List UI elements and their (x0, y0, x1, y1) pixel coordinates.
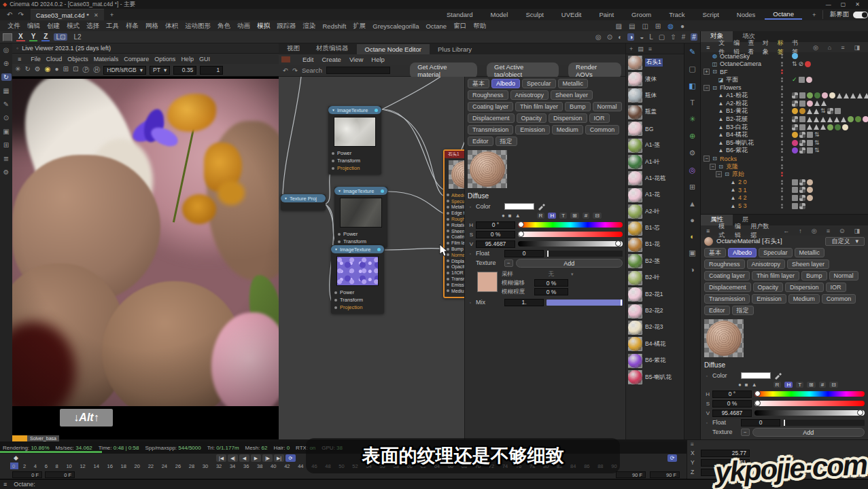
channel-tab-7[interactable]: Coating layer (468, 102, 513, 111)
om-header-icon-2[interactable]: ≡ (838, 44, 847, 51)
material-thumbnail[interactable] (628, 171, 642, 185)
layout-script[interactable]: Script (695, 10, 727, 19)
channel-tab-18[interactable]: Common (585, 125, 620, 134)
transport-prevframe[interactable]: ◀ (239, 454, 249, 462)
tag-phong[interactable] (792, 92, 798, 98)
port-dot-icon[interactable] (447, 194, 449, 196)
menu-item-6[interactable]: 样条 (122, 22, 142, 31)
channel-tab-14[interactable]: IOR (826, 283, 846, 292)
tag-updown[interactable]: ⇅ (792, 61, 797, 67)
visibility-dots[interactable] (781, 180, 783, 185)
tag-texture[interactable] (848, 116, 854, 122)
lv-menu-file[interactable]: File (28, 56, 44, 62)
port-dot-icon[interactable] (334, 299, 337, 302)
channel-tab-13[interactable]: Dispersion (549, 113, 587, 123)
tag-polygon[interactable] (807, 117, 812, 122)
render-icon-1[interactable]: ▤ (629, 22, 635, 30)
lv-menu-help[interactable]: Help (178, 56, 196, 62)
close-button[interactable]: ✕ (855, 1, 860, 7)
float-slider[interactable] (783, 420, 865, 426)
channel-tab-9[interactable]: Bump (801, 271, 827, 280)
menu-item-4[interactable]: 选择 (83, 22, 103, 31)
texture-swatch[interactable] (477, 272, 498, 292)
tool-icon-3[interactable]: ▦ (3, 87, 9, 94)
tag-updown[interactable]: ⇅ (820, 108, 826, 114)
channel-tab-0[interactable]: 基本 (704, 248, 726, 257)
expander-icon[interactable]: − (716, 171, 722, 177)
attr-header-icon-2[interactable]: ◎ (809, 228, 820, 234)
lv-tool-icon-7[interactable]: Ⓟ (82, 65, 89, 75)
material-thumbnail[interactable] (628, 304, 642, 319)
tag-polygon[interactable] (857, 93, 863, 98)
port-dot-icon[interactable] (447, 218, 449, 221)
mats-toolbar-icon-1[interactable]: ▤ (638, 46, 644, 52)
tag-texture[interactable] (806, 77, 812, 83)
object-row[interactable]: ▲B4-橘花⇅ (701, 131, 868, 139)
ne-action-2[interactable]: Render AOVs (568, 62, 621, 79)
visibility-dots[interactable] (781, 204, 783, 209)
render-icon-4[interactable]: ◍ (667, 22, 674, 30)
tag-polygon[interactable] (814, 117, 819, 122)
color-mode-button-T[interactable]: T (559, 213, 567, 219)
object-row[interactable]: −⊡原始 (701, 170, 868, 179)
channel-tab-12[interactable]: Opacity (753, 283, 784, 292)
palette-icon-7[interactable]: ◎ (689, 166, 696, 175)
channel-tab-4[interactable]: Roughness (468, 90, 508, 100)
palette-icon-11[interactable]: ◐ (690, 232, 695, 240)
lv-tool-icon-4[interactable]: ● (54, 65, 58, 75)
snap-icon-8[interactable]: # (682, 33, 686, 41)
attr-header-icon-4[interactable]: ⊙ (837, 228, 848, 234)
object-row[interactable]: ▲B6-紫花⇅ (701, 147, 868, 155)
range-start-field[interactable]: 0 F (12, 471, 42, 478)
menu-item-5[interactable]: 工具 (103, 22, 122, 31)
exposure-field[interactable]: 0.35 (173, 66, 196, 75)
menu-item-14[interactable]: 渲染 (300, 22, 319, 31)
port-dot-icon[interactable] (447, 266, 449, 268)
output-port[interactable] (377, 248, 381, 251)
object-row[interactable]: ▲B3-白花 (701, 123, 868, 131)
coord-system-2-button[interactable]: L2 (71, 33, 83, 41)
transport-nextframe[interactable]: |▶ (262, 454, 273, 462)
mats-toolbar-icon-0[interactable]: + (629, 46, 633, 52)
expander-icon[interactable]: + (704, 69, 710, 75)
color-mode-button-H[interactable]: H (784, 382, 793, 388)
tag-flag[interactable] (799, 77, 805, 83)
tag-flag[interactable] (807, 147, 813, 153)
tag-polygon[interactable] (834, 117, 839, 122)
material-item[interactable]: A1-叶 (626, 153, 684, 170)
channel-tab-5[interactable]: Anisotropy (747, 259, 786, 269)
material-item[interactable]: B2-花2 (626, 303, 684, 319)
snap-icon-9[interactable]: # (691, 33, 697, 41)
expander-icon[interactable]: − (710, 164, 716, 170)
tool-icon-9[interactable]: ⚙ (3, 168, 10, 176)
render-viewport[interactable] (12, 79, 279, 406)
palette-icon-5[interactable]: ⊕ (689, 132, 695, 141)
transport-gostart[interactable]: |◀ (216, 454, 226, 462)
object-row[interactable]: ▲B2-花簇 (701, 115, 868, 124)
layout-model[interactable]: Model (483, 10, 517, 19)
gamma-field[interactable]: 1 (200, 66, 223, 75)
layout-sculpt[interactable]: Sculpt (517, 10, 551, 19)
object-row[interactable]: ◫OctaneCamera⇅⊘ (701, 60, 868, 69)
object-row[interactable]: ▲4 2 (701, 194, 868, 202)
lv-menu-gui[interactable]: GUI (196, 56, 213, 62)
color-mode-button-⊞[interactable]: ⊞ (807, 382, 816, 388)
preset-dropdown[interactable]: 自定义 ▾ (825, 237, 865, 246)
tag-polygon[interactable] (820, 117, 826, 122)
object-row[interactable]: +⊡BF (701, 68, 868, 76)
render-icon-2[interactable]: ◫ (642, 22, 648, 30)
tag-texture[interactable] (863, 116, 868, 122)
ne-action-1[interactable]: Get Active tag/object (487, 62, 559, 79)
tag-disable[interactable]: ⊘ (799, 61, 804, 67)
channel-tab-1[interactable]: Albedo (491, 79, 520, 88)
visibility-dots[interactable] (781, 125, 783, 130)
saturation-value-field[interactable]: 0 % (476, 231, 515, 238)
attr-header-icon-1[interactable]: ↑ (796, 228, 805, 234)
lv-tool-icon-1[interactable]: ↻ (24, 65, 30, 75)
layout-paint[interactable]: Paint (591, 10, 622, 19)
tag-flag[interactable] (835, 108, 841, 114)
tag-texture[interactable] (792, 140, 798, 146)
lv-tool-icon-2[interactable]: ⚙ (35, 65, 41, 75)
tag-texture[interactable] (855, 116, 861, 122)
tag-texture[interactable] (799, 108, 805, 114)
